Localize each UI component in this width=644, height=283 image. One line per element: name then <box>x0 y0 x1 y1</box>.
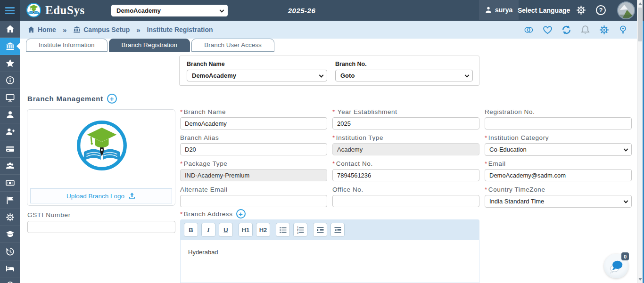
gsti-number-label: GSTI Number <box>27 211 71 218</box>
tab-branch-user-access[interactable]: Branch User Access <box>191 39 274 52</box>
chat-badge: 0 <box>621 252 629 260</box>
field-label: *Contact No. <box>332 160 479 167</box>
toggle-icon[interactable] <box>524 25 534 35</box>
field-label: *Branch Name <box>180 108 327 115</box>
star-icon <box>6 59 15 68</box>
ordered-list-icon: 123 <box>297 226 305 234</box>
staff-icon <box>6 162 15 170</box>
scrollbar-thumb[interactable] <box>638 8 642 41</box>
institution-category-select[interactable]: Co-Education <box>485 143 632 156</box>
sidebar-item-campus[interactable] <box>0 38 20 55</box>
sidebar-item-settings[interactable] <box>0 209 20 226</box>
address-content[interactable]: Hyderabad <box>181 240 479 283</box>
branch-name-select[interactable]: DemoAcademy <box>187 70 327 81</box>
gsti-number-input[interactable] <box>27 221 175 233</box>
bold-button[interactable]: B <box>184 223 198 237</box>
sidebar-item-favorites[interactable] <box>0 55 20 72</box>
branch-alias-input[interactable] <box>180 143 327 155</box>
upload-branch-logo-button[interactable]: Upload Branch Logo <box>30 188 172 203</box>
sidebar-item-flag[interactable] <box>0 192 20 209</box>
outdent-button[interactable] <box>330 223 345 237</box>
italic-button[interactable]: I <box>201 223 215 237</box>
required-marker: * <box>332 160 335 167</box>
registration-no-input[interactable] <box>485 117 632 129</box>
field-email: *Email <box>485 160 632 167</box>
h2-button[interactable]: H2 <box>256 223 270 237</box>
country-timezone-select[interactable]: India Standard Time <box>485 195 632 208</box>
student-icon <box>6 110 15 119</box>
user-name: surya <box>495 6 512 14</box>
academy-select[interactable]: DemoAcademy <box>111 5 228 16</box>
user-menu[interactable]: surya <box>479 0 519 20</box>
field-branch-alias: Branch Alias <box>180 134 327 141</box>
add-branch-button[interactable]: + <box>107 94 117 104</box>
sidebar-item-fees[interactable] <box>0 175 20 192</box>
h1-button[interactable]: H1 <box>239 223 253 237</box>
menu-toggle-icon[interactable] <box>0 0 20 21</box>
sidebar-item-staff[interactable] <box>0 158 20 175</box>
office-no-input[interactable] <box>332 195 479 207</box>
scroll-down-arrow[interactable] <box>638 278 642 281</box>
sidebar-item-student[interactable] <box>0 106 20 123</box>
sidebar-item-history[interactable] <box>0 243 20 260</box>
indent-button[interactable] <box>313 223 327 237</box>
sidebar-item-hostel[interactable] <box>0 260 20 277</box>
branch-selector-card: Branch Name DemoAcademy Branch No. Goto <box>179 56 479 86</box>
sidebar-item-transport[interactable] <box>0 277 20 283</box>
required-marker: * <box>332 108 335 115</box>
breadcrumb-campus-label: Campus Setup <box>83 26 130 33</box>
sidebar-item-academics[interactable] <box>0 226 20 243</box>
underline-button[interactable]: U <box>219 223 233 237</box>
field-branch-name: *Branch Name <box>180 108 327 115</box>
sidebar-item-home[interactable] <box>0 21 20 38</box>
user-icon <box>485 7 492 13</box>
academic-year: 2025-26 <box>269 7 335 15</box>
breadcrumb-campus-setup[interactable]: Campus Setup <box>73 26 130 33</box>
header-settings-gear-icon[interactable] <box>576 5 586 15</box>
avatar[interactable] <box>617 1 635 19</box>
contact-no-input[interactable] <box>332 169 479 181</box>
help-bulb-icon[interactable] <box>618 25 628 35</box>
app-root: EduSys DemoAcademy 2025-26 surya Select … <box>0 0 644 283</box>
notifications-bell-icon[interactable] <box>580 25 590 35</box>
select-language-button[interactable]: Select Language <box>518 7 570 14</box>
scroll-up-arrow[interactable] <box>638 2 642 5</box>
sidebar-item-admission[interactable] <box>0 123 20 140</box>
branch-name-input[interactable] <box>180 117 327 129</box>
transport-icon <box>6 281 15 283</box>
settings-gear-icon[interactable] <box>599 25 609 35</box>
branch-no-select-label: Branch No. <box>335 61 473 67</box>
field-country-timezone: *Country TimeZone India Standard Time <box>485 186 632 193</box>
branch-no-select[interactable]: Goto <box>335 70 473 81</box>
sidebar-item-idcard[interactable] <box>0 140 20 157</box>
add-address-button[interactable]: + <box>236 209 246 218</box>
field-alternate-email: Alternate Email <box>180 186 327 193</box>
tab-institute-information[interactable]: Institute Information <box>26 39 107 52</box>
hostel-icon <box>6 264 15 273</box>
breadcrumb-separator: » <box>63 26 66 34</box>
field-label: *Institution Type <box>332 134 479 141</box>
edusys-logo-icon <box>26 2 41 18</box>
field-package-type: *Package Type <box>180 160 327 167</box>
breadcrumb-home[interactable]: Home <box>27 26 56 33</box>
required-marker: * <box>485 186 487 193</box>
field-label: *Institution Category <box>485 134 632 141</box>
tab-branch-registration[interactable]: Branch Registration <box>109 39 190 52</box>
flag-icon <box>6 196 15 205</box>
help-icon[interactable]: ? <box>596 5 606 15</box>
breadcrumb: Home » Campus Setup » Institute Registra… <box>27 26 213 34</box>
alternate-email-input[interactable] <box>180 195 327 207</box>
sidebar-item-info[interactable] <box>0 72 20 89</box>
ordered-list-button[interactable]: 123 <box>293 223 307 237</box>
favorite-heart-icon[interactable] <box>543 25 553 35</box>
unordered-list-button[interactable] <box>276 223 290 237</box>
academics-icon <box>6 230 15 239</box>
sidebar-item-monitor[interactable] <box>0 89 20 106</box>
scrollbar[interactable] <box>637 0 643 283</box>
email-input[interactable] <box>485 169 632 181</box>
refresh-icon[interactable] <box>561 25 571 35</box>
year-establishment-input[interactable] <box>332 117 479 129</box>
required-marker: * <box>180 108 183 115</box>
academy-select-wrap: DemoAcademy <box>111 5 228 16</box>
institution-type-input <box>332 143 479 155</box>
